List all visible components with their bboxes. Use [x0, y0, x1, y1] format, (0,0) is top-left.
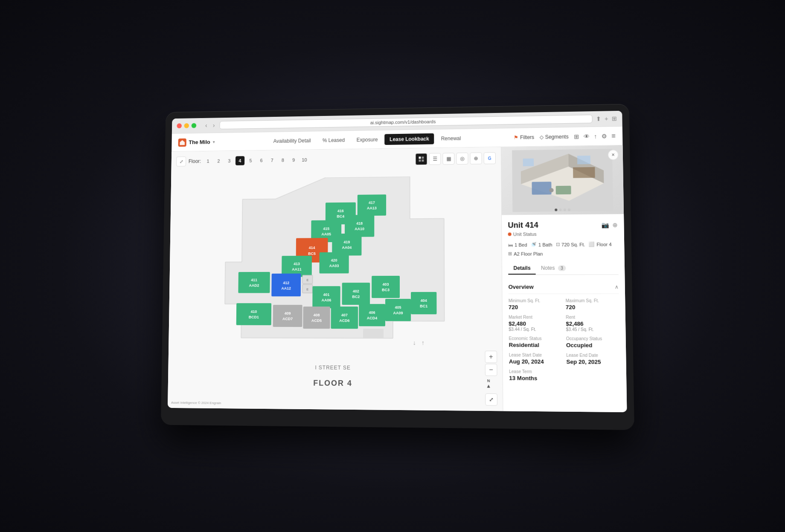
svg-rect-58	[577, 155, 590, 164]
floorplan-area[interactable]: ⤢ Floor: 1 2 3 4 5 6 7 8 9 10	[168, 147, 503, 411]
tab-exposure[interactable]: Exposure	[352, 134, 383, 145]
add-tab-icon[interactable]: +	[605, 115, 608, 122]
svg-rect-3	[422, 159, 424, 162]
svg-text:↑: ↑	[421, 339, 424, 346]
svg-text:418: 418	[356, 221, 363, 225]
tab-notes[interactable]: Notes 3	[536, 262, 571, 275]
svg-text:405: 405	[395, 305, 401, 309]
tab-lookback[interactable]: Lease Lookback	[384, 133, 434, 145]
floor-8[interactable]: 8	[278, 156, 288, 165]
floor-4[interactable]: 4	[236, 156, 244, 165]
unit-411[interactable]	[238, 272, 270, 293]
unit-photo-icon[interactable]: 📷	[602, 221, 609, 228]
floor-1[interactable]: 1	[204, 156, 212, 166]
share-icon[interactable]: ↑	[594, 133, 597, 139]
property-name[interactable]: The Milo	[189, 139, 210, 145]
dot-3[interactable]	[563, 208, 566, 211]
floor-5[interactable]: 5	[246, 156, 255, 165]
svg-rect-0	[419, 156, 421, 159]
app-logo: The Milo ▾	[178, 138, 215, 147]
svg-text:420: 420	[331, 258, 337, 262]
section-header: Overview ∧	[508, 280, 619, 294]
dot-1[interactable]	[555, 208, 557, 211]
fullscreen-traffic-light[interactable]	[192, 123, 197, 128]
globe-view-button[interactable]: ⊕	[470, 152, 482, 164]
sqft-icon: ⊡	[556, 242, 560, 247]
menu-icon[interactable]: ≡	[611, 132, 616, 140]
unit-3d-preview: ×	[501, 145, 624, 215]
tab-renewal[interactable]: Renewal	[436, 133, 466, 144]
unit-420[interactable]	[319, 252, 349, 273]
svg-text:BCD1: BCD1	[248, 315, 259, 319]
unit-405[interactable]	[385, 299, 411, 321]
segments-button[interactable]: ◇ Segments	[539, 133, 568, 140]
svg-text:402: 402	[352, 289, 359, 293]
detail-max-sqft: Maximum Sq. Ft. 720	[566, 298, 619, 311]
list-view-button[interactable]: ☰	[429, 153, 441, 165]
unit-403[interactable]	[372, 275, 400, 298]
share-icon[interactable]: ⬆	[596, 116, 602, 122]
floor-2[interactable]: 2	[214, 156, 223, 166]
unit-408[interactable]	[303, 306, 330, 329]
svg-text:401: 401	[323, 292, 329, 297]
zoom-out-button[interactable]: −	[485, 364, 497, 376]
svg-text:417: 417	[369, 200, 375, 205]
eye-icon[interactable]: 👁	[583, 133, 590, 140]
dot-2[interactable]	[559, 208, 561, 211]
unit-404[interactable]	[411, 292, 436, 314]
unit-action-icons: 📷 ⊕	[602, 221, 618, 228]
address-bar[interactable]: ai.sightmap.com/v1/dashboards	[220, 115, 593, 129]
unit-407[interactable]	[331, 306, 358, 329]
zoom-controls: + −	[485, 351, 497, 376]
floor-3[interactable]: 3	[225, 156, 234, 166]
unit-409[interactable]	[273, 305, 302, 327]
unit-402[interactable]	[342, 283, 370, 305]
minimize-traffic-light[interactable]	[184, 123, 189, 128]
floor-label-bottom: FLOOR 4	[313, 379, 352, 388]
tab-leased[interactable]: % Leased	[317, 134, 350, 146]
fit-screen-button[interactable]: ⤢	[485, 393, 497, 406]
unit-share-icon[interactable]: ⊕	[612, 221, 618, 228]
extensions-icon[interactable]: ⊞	[612, 115, 617, 122]
map-view-button[interactable]	[416, 153, 427, 165]
detail-grid: Minimum Sq. Ft. 720 Maximum Sq. Ft. 720 …	[509, 298, 620, 382]
google-button[interactable]: G	[484, 152, 496, 164]
table-view-button[interactable]: ▦	[442, 153, 454, 165]
floor-9[interactable]: 9	[289, 155, 298, 165]
preview-dots	[555, 208, 570, 211]
unit-panel: ×	[501, 145, 627, 412]
settings-icon[interactable]: ⚙	[601, 133, 607, 139]
tab-availability[interactable]: Availability Detail	[268, 135, 316, 147]
property-dropdown-icon[interactable]: ▾	[212, 140, 215, 145]
close-traffic-light[interactable]	[177, 123, 182, 128]
dot-4[interactable]	[567, 208, 570, 211]
compass: N ▲	[483, 379, 494, 389]
svg-text:406: 406	[369, 310, 375, 315]
unit-406[interactable]	[359, 304, 385, 326]
floor-10[interactable]: 10	[300, 155, 309, 165]
floor-7[interactable]: 7	[267, 156, 276, 165]
expand-button[interactable]: ⤢	[176, 156, 186, 166]
svg-rect-48	[363, 329, 384, 338]
nav-back-button[interactable]: ‹	[204, 121, 209, 129]
section-title: Overview	[509, 283, 534, 290]
section-toggle[interactable]: ∧	[615, 283, 619, 289]
svg-text:416: 416	[337, 208, 344, 213]
chart-view-button[interactable]: ◎	[456, 153, 468, 165]
panel-close-button[interactable]: ×	[608, 150, 619, 160]
zoom-in-button[interactable]: +	[485, 351, 497, 363]
unit-status: Unit Status	[508, 231, 618, 237]
floor-6[interactable]: 6	[257, 156, 266, 165]
unit-417[interactable]	[357, 194, 386, 216]
segments-icon: ◇	[539, 134, 543, 140]
unit-401[interactable]	[312, 286, 340, 308]
header-icons: ⊞ 👁 ↑ ⚙ ≡	[574, 132, 616, 140]
filters-button[interactable]: ⚑ Filters	[514, 134, 534, 141]
unit-410[interactable]	[236, 303, 271, 325]
nav-forward-button[interactable]: ›	[211, 121, 216, 129]
svg-rect-2	[419, 159, 421, 162]
grid-view-icon[interactable]: ⊞	[574, 133, 579, 140]
tab-details[interactable]: Details	[508, 263, 536, 275]
svg-text:407: 407	[341, 312, 348, 317]
svg-text:404: 404	[420, 298, 427, 302]
